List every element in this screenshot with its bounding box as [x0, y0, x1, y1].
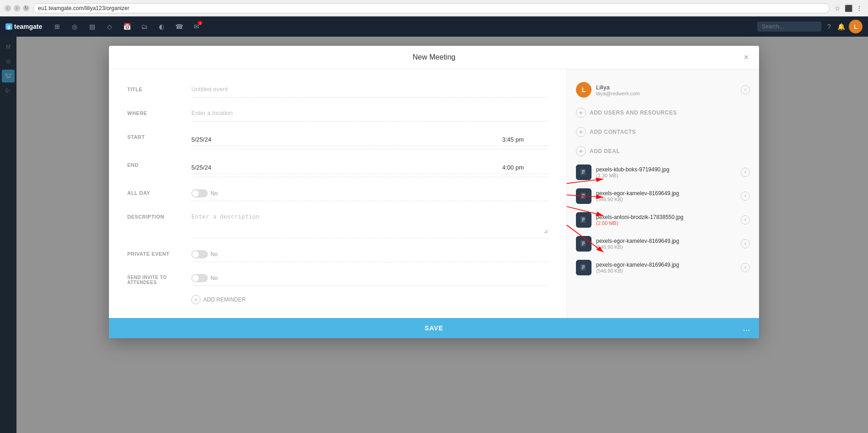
attendee-remove-button[interactable]: × [741, 85, 750, 94]
modal-title: New Meeting [412, 53, 455, 61]
nav-tasks[interactable]: 🗂 [136, 19, 152, 34]
attachment-remove-button[interactable]: × [741, 239, 750, 248]
all-day-toggle-label: No [211, 190, 217, 197]
modal-header: New Meeting × [109, 46, 759, 69]
attachment-item: pexels-klub-boks-9719490.jpg (1.30 MB) × [576, 161, 750, 184]
attachment-remove-button[interactable]: × [741, 192, 750, 201]
app-bar-right: ? 🔔 L [757, 20, 863, 33]
attachment-info: pexels-antoni-brodzik-17838550.jpg (2.00… [596, 214, 736, 226]
start-value: 5/25/24 3:45 pm [191, 131, 548, 149]
end-value: 5/25/24 4:00 pm [191, 159, 548, 177]
attachment-remove-button[interactable]: × [741, 168, 750, 177]
attendee-item: L Liliya liliya@redwerk.com × [576, 78, 750, 101]
app-bar: g teamgate ⊞ ◎ ▤ ◇ 📅 🗂 ◐ ☎ ✉ ? 🔔 L [0, 16, 868, 37]
send-invite-label: SEND INVITE TO ATTENDEES [127, 271, 191, 285]
description-row: DESCRIPTION [127, 210, 548, 238]
send-invite-toggle[interactable]: No [191, 274, 548, 282]
address-bar[interactable]: eu1.teamgate.com/liliya123/organizer [33, 3, 830, 13]
where-value [191, 107, 548, 121]
add-deal-button[interactable]: + ADD DEAL [576, 142, 750, 161]
attendee-name: Liliya [596, 84, 736, 91]
nav-companies[interactable]: ▤ [84, 19, 100, 34]
private-event-label: PRIVATE EVENT [127, 247, 191, 257]
back-button[interactable]: ‹ [5, 5, 11, 11]
attachment-size: (2.00 MB) [596, 220, 736, 226]
private-event-value: No [191, 247, 548, 262]
nav-calendar[interactable]: 📅 [119, 19, 135, 34]
menu-icon[interactable]: ⋮ [855, 4, 863, 12]
all-day-value: No [191, 186, 548, 201]
nav-dashboard[interactable]: ⊞ [49, 19, 65, 34]
attachment-info: pexels-egor-kamelev-8169649.jpg (546.90 … [596, 262, 736, 274]
add-reminder-label: ADD REMINDER [203, 296, 246, 303]
private-event-switch[interactable] [191, 250, 208, 258]
attachment-name: pexels-klub-boks-9719490.jpg [596, 166, 736, 173]
where-input[interactable] [191, 110, 548, 116]
attachment-item: pexels-egor-kamelev-8169649.jpg (546.90 … [576, 185, 750, 208]
end-date[interactable]: 5/25/24 [191, 161, 498, 174]
nav-reports[interactable]: ◐ [154, 19, 169, 34]
nav-contacts[interactable]: ◎ [67, 19, 82, 34]
title-row: TITLE [127, 83, 548, 98]
modal-overlay: New Meeting × TITLE WHERE [0, 37, 868, 433]
send-invite-switch[interactable] [191, 274, 208, 282]
private-event-toggle-label: No [211, 251, 217, 258]
attendees-panel: L Liliya liliya@redwerk.com × + ADD USER… [567, 69, 759, 318]
start-time[interactable]: 3:45 pm [502, 133, 548, 146]
more-options-button[interactable]: ... [743, 323, 750, 333]
end-time[interactable]: 4:00 pm [502, 161, 548, 174]
attachment-size: (1.30 MB) [596, 173, 736, 178]
nav-deals[interactable]: ◇ [102, 19, 117, 34]
modal-footer: SAVE ... [109, 318, 759, 338]
attendee-avatar: L [576, 82, 591, 98]
attachment-info: pexels-egor-kamelev-8169649.jpg (546.90 … [596, 238, 736, 250]
title-value [191, 83, 548, 98]
app-logo: g teamgate [5, 23, 42, 30]
attachment-size: (546.90 KB) [596, 268, 736, 274]
search-input[interactable] [757, 22, 821, 32]
forward-button[interactable]: › [14, 5, 20, 11]
help-icon[interactable]: ? [825, 22, 833, 31]
where-label: WHERE [127, 107, 191, 116]
extensions-icon[interactable]: ⬛ [844, 4, 852, 12]
attendee-email: liliya@redwerk.com [596, 91, 736, 96]
title-input[interactable] [191, 86, 548, 93]
description-input[interactable] [191, 213, 548, 234]
add-reminder-button[interactable]: + ADD REMINDER [191, 295, 548, 304]
nav-messages[interactable]: ✉ [189, 19, 204, 34]
attachment-size: (546.90 KB) [596, 197, 736, 202]
all-day-toggle[interactable]: No [191, 189, 548, 197]
main-layout: M ◎ 52 0↑ New Meeting × TITLE [0, 37, 868, 433]
browser-bar: ‹ › ↻ eu1.teamgate.com/liliya123/organiz… [0, 0, 868, 16]
add-contacts-icon: + [576, 127, 586, 137]
start-date[interactable]: 5/25/24 [191, 133, 498, 146]
app-nav: ⊞ ◎ ▤ ◇ 📅 🗂 ◐ ☎ ✉ [49, 19, 750, 34]
start-row: START 5/25/24 3:45 pm [127, 131, 548, 149]
close-button[interactable]: × [741, 52, 752, 63]
star-icon[interactable]: ☆ [833, 4, 841, 12]
all-day-switch[interactable] [191, 189, 208, 197]
attachment-icon [576, 188, 591, 204]
form-panel: TITLE WHERE START [109, 69, 567, 318]
private-event-row: PRIVATE EVENT No [127, 247, 548, 262]
attachment-name: pexels-egor-kamelev-8169649.jpg [596, 238, 736, 244]
attachment-name: pexels-antoni-brodzik-17838550.jpg [596, 214, 736, 220]
description-value [191, 210, 548, 238]
add-deal-icon: + [576, 146, 586, 156]
attachment-remove-button[interactable]: × [741, 215, 750, 225]
private-event-toggle[interactable]: No [191, 250, 548, 258]
attachment-info: pexels-egor-kamelev-8169649.jpg (546.90 … [596, 190, 736, 202]
user-avatar[interactable]: L [849, 20, 863, 33]
refresh-button[interactable]: ↻ [23, 5, 29, 11]
add-deal-label: ADD DEAL [590, 148, 620, 154]
add-contacts-button[interactable]: + ADD CONTACTS [576, 122, 750, 142]
add-users-button[interactable]: + ADD USERS AND RESOURCES [576, 103, 750, 122]
modal-body: TITLE WHERE START [109, 69, 759, 318]
logo-badge: g [5, 23, 12, 30]
notifications-icon[interactable]: 🔔 [837, 22, 845, 31]
nav-phone[interactable]: ☎ [171, 19, 187, 34]
attachment-icon [576, 212, 591, 228]
where-row: WHERE [127, 107, 548, 121]
save-button[interactable]: SAVE [424, 324, 443, 332]
attachment-remove-button[interactable]: × [741, 263, 750, 272]
